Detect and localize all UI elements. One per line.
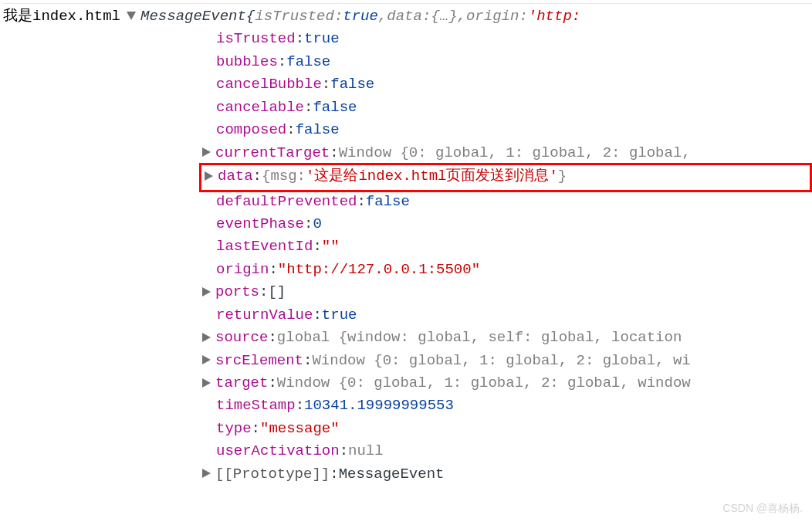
property-row[interactable]: [[Prototype]]: MessageEvent <box>202 463 812 486</box>
property-value: Window {0: global, 1: global, 2: global,… <box>277 372 691 395</box>
brace-open: { <box>246 5 255 28</box>
expand-toggle-icon[interactable] <box>205 171 213 181</box>
property-value: Window {0: global, 1: global, 2: global,… <box>312 350 690 372</box>
expand-toggle-icon[interactable] <box>202 287 211 296</box>
property-key: timeStamp <box>216 395 296 417</box>
property-row[interactable]: userActivation: null <box>202 440 812 462</box>
property-row[interactable]: timeStamp: 10341.19999999553 <box>202 395 812 417</box>
property-key: composed <box>216 119 286 141</box>
property-value: 10341.19999999553 <box>304 395 454 417</box>
property-row[interactable]: defaultPrevented: false <box>202 191 812 213</box>
summary-prop-val: 'http: <box>528 5 580 28</box>
property-key: target <box>215 372 268 395</box>
property-key: source <box>215 327 268 349</box>
property-value: true <box>322 304 357 327</box>
property-value: Window {0: global, 1: global, 2: global, <box>339 142 691 164</box>
property-row[interactable]: ports: [] <box>202 281 812 303</box>
property-value: global {window: global, self: global, lo… <box>277 327 682 349</box>
property-row[interactable]: bubbles: false <box>202 51 812 73</box>
summary-prop-val: true <box>343 5 378 28</box>
property-value: false <box>366 191 410 213</box>
property-row-highlighted[interactable]: data: {msg: '这是给index.html页面发送到消息'} <box>199 163 812 191</box>
property-row[interactable]: cancelBubble: false <box>202 73 812 96</box>
brace: } <box>558 165 567 188</box>
summary-prop-key: isTrusted <box>255 5 334 28</box>
brace: {msg: <box>262 165 306 188</box>
property-value: false <box>286 51 330 73</box>
property-key: isTrusted <box>216 28 296 50</box>
property-value: MessageEvent <box>339 463 445 486</box>
property-row[interactable]: returnValue: true <box>202 304 812 327</box>
property-row[interactable]: composed: false <box>202 119 812 141</box>
property-key: defaultPrevented <box>216 191 357 213</box>
expand-toggle-icon[interactable] <box>202 147 211 157</box>
object-properties: isTrusted: true bubbles: false cancelBub… <box>3 28 812 486</box>
property-value: false <box>313 97 357 119</box>
property-row[interactable]: lastEventId: "" <box>202 235 812 258</box>
property-key: origin <box>216 259 269 281</box>
property-key: userActivation <box>216 440 340 462</box>
summary-prop-key: data <box>387 5 422 28</box>
property-key: ports <box>215 281 259 303</box>
property-key: bubbles <box>216 51 278 73</box>
expand-toggle-icon[interactable] <box>202 469 211 478</box>
property-value: false <box>330 73 374 96</box>
property-row[interactable]: srcElement: Window {0: global, 1: global… <box>202 350 812 372</box>
property-key: lastEventId <box>216 235 313 258</box>
property-value: null <box>348 440 384 462</box>
property-value: "message" <box>260 418 340 440</box>
property-row[interactable]: isTrusted: true <box>202 28 812 50</box>
property-row[interactable]: currentTarget: Window {0: global, 1: glo… <box>202 142 812 164</box>
property-row[interactable]: eventPhase: 0 <box>202 213 812 235</box>
property-value: '这是给index.html页面发送到消息' <box>306 165 558 188</box>
watermark: CSDN @喜杨杨. <box>722 500 803 517</box>
property-key: srcElement <box>215 350 303 372</box>
class-name: MessageEvent <box>140 5 246 28</box>
summary-prop-val: {…} <box>431 5 457 28</box>
property-row[interactable]: cancelable: false <box>202 97 812 119</box>
expand-toggle-icon[interactable] <box>202 378 211 388</box>
property-value: false <box>296 119 340 141</box>
property-row[interactable]: origin: "http://127.0.0.1:5500" <box>202 259 812 281</box>
property-value: [] <box>268 281 286 303</box>
summary-prop-key: origin <box>466 5 519 28</box>
property-key: currentTarget <box>215 142 330 164</box>
property-value: "http://127.0.0.1:5500" <box>278 259 480 281</box>
property-key: [[Prototype]] <box>215 463 330 486</box>
object-summary[interactable]: MessageEvent { isTrusted: true, data: {…… <box>127 5 580 28</box>
expand-toggle-icon[interactable] <box>127 12 136 20</box>
property-key: returnValue <box>216 304 313 327</box>
property-row[interactable]: type: "message" <box>202 418 812 440</box>
property-key: cancelBubble <box>216 73 322 96</box>
console-log-line: 我是index.html MessageEvent { isTrusted: t… <box>3 3 812 28</box>
expand-toggle-icon[interactable] <box>202 333 211 342</box>
property-key: type <box>216 418 252 440</box>
property-value: "" <box>322 235 340 258</box>
expand-toggle-icon[interactable] <box>202 355 211 364</box>
property-key: eventPhase <box>216 213 304 235</box>
property-row[interactable]: source: global {window: global, self: gl… <box>202 327 812 349</box>
property-key: cancelable <box>216 97 304 119</box>
property-value: true <box>304 28 340 50</box>
property-key: data <box>218 165 253 188</box>
log-source-label: 我是index.html <box>3 5 127 28</box>
property-value: 0 <box>313 213 321 235</box>
property-row[interactable]: target: Window {0: global, 1: global, 2:… <box>202 372 812 395</box>
